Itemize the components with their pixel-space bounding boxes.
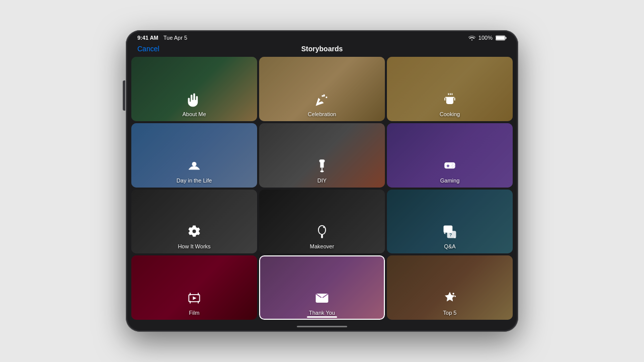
svg-rect-5 bbox=[319, 159, 325, 162]
status-bar: 9:41 AM Tue Apr 5 100% bbox=[127, 32, 517, 43]
makeover-label: Makeover bbox=[310, 243, 334, 249]
svg-rect-2 bbox=[506, 37, 507, 39]
grid-item-makeover[interactable]: Makeover bbox=[259, 190, 385, 254]
gaming-label: Gaming bbox=[440, 177, 460, 184]
pot-icon bbox=[442, 92, 458, 110]
svg-rect-1 bbox=[496, 36, 505, 40]
svg-text:?: ? bbox=[449, 232, 452, 237]
how-it-works-label: How It Works bbox=[178, 243, 210, 249]
storyboards-grid-area: About Me Celebration bbox=[127, 56, 517, 324]
grid-item-thank-you[interactable]: Thank You bbox=[259, 255, 385, 320]
status-left: 9:41 AM Tue Apr 5 bbox=[137, 35, 187, 41]
grid-item-how-it-works[interactable]: How It Works bbox=[131, 190, 257, 254]
qa-label: Q&A bbox=[444, 243, 455, 249]
cancel-button[interactable]: Cancel bbox=[137, 45, 159, 53]
star-icon bbox=[442, 290, 458, 309]
thank-you-label: Thank You bbox=[309, 310, 335, 316]
grid-item-celebration[interactable]: Celebration bbox=[259, 57, 385, 121]
svg-point-21 bbox=[454, 296, 456, 297]
grid-item-about-me[interactable]: About Me bbox=[131, 57, 257, 121]
about-me-label: About Me bbox=[182, 111, 206, 117]
gamepad-icon bbox=[442, 158, 458, 176]
svg-point-10 bbox=[323, 227, 325, 228]
status-time: 9:41 AM bbox=[137, 35, 158, 41]
status-date: Tue Apr 5 bbox=[164, 35, 187, 41]
celebration-label: Celebration bbox=[308, 111, 336, 117]
party-icon bbox=[314, 92, 330, 110]
gear-icon bbox=[186, 224, 202, 242]
grid-item-diy[interactable]: DIY bbox=[259, 123, 385, 188]
svg-point-9 bbox=[318, 226, 326, 235]
grid-item-cooking[interactable]: Cooking bbox=[387, 57, 513, 121]
grid-item-top5[interactable]: Top 5 bbox=[387, 255, 513, 320]
diy-label: DIY bbox=[317, 177, 327, 184]
svg-point-8 bbox=[192, 230, 196, 233]
home-indicator-area bbox=[127, 324, 517, 330]
paint-icon bbox=[314, 158, 330, 176]
nav-title: Storyboards bbox=[301, 45, 343, 53]
battery-icon bbox=[496, 35, 507, 41]
film-icon bbox=[186, 290, 202, 309]
svg-point-3 bbox=[192, 162, 197, 166]
thank-you-overlay bbox=[259, 255, 385, 320]
status-right: 100% bbox=[468, 35, 507, 41]
selection-indicator bbox=[307, 316, 337, 318]
device-screen: 9:41 AM Tue Apr 5 100% bbox=[127, 32, 517, 330]
top5-label: Top 5 bbox=[443, 310, 457, 316]
wave-icon bbox=[186, 92, 202, 110]
cooking-label: Cooking bbox=[440, 111, 460, 117]
envelope-icon bbox=[314, 290, 330, 309]
grid-item-film[interactable]: Film bbox=[131, 255, 257, 320]
thank-you-bg bbox=[259, 255, 385, 320]
wifi-icon bbox=[468, 35, 475, 41]
grid-item-gaming[interactable]: Gaming bbox=[387, 123, 513, 188]
svg-point-20 bbox=[452, 293, 454, 295]
home-bar bbox=[297, 326, 347, 327]
nav-bar: Cancel Storyboards bbox=[127, 43, 517, 56]
qa-icon: ? bbox=[442, 224, 458, 242]
day-in-life-label: Day in the Life bbox=[177, 177, 212, 184]
svg-rect-19 bbox=[316, 294, 329, 303]
film-label: Film bbox=[189, 310, 200, 316]
svg-point-7 bbox=[320, 170, 324, 172]
grid-item-day-in-life[interactable]: Day in the Life bbox=[131, 123, 257, 188]
device-frame: 9:41 AM Tue Apr 5 100% bbox=[126, 30, 518, 332]
battery-percent: 100% bbox=[478, 35, 493, 41]
mirror-icon bbox=[314, 224, 330, 242]
storyboards-grid: About Me Celebration bbox=[131, 57, 513, 320]
grid-item-qa[interactable]: ? Q&A bbox=[387, 190, 513, 254]
sun-icon bbox=[186, 158, 202, 176]
